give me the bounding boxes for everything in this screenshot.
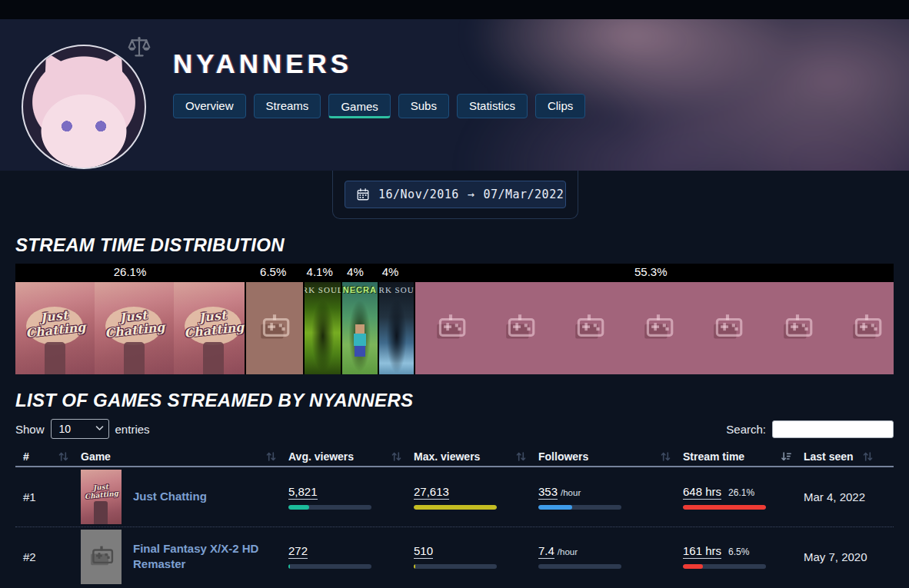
game-cell: JustChattingJust Chatting [81,467,288,527]
table-body: #1JustChattingJust Chatting5,82127,61335… [15,467,894,586]
just-chatting-tile: JustChatting [95,282,174,374]
avg-viewers-bar [288,564,371,569]
distribution-segment-minecraft[interactable]: NECRA [342,282,378,374]
max-viewers-cell: 510 [414,544,538,569]
column-header-last-seen[interactable]: Last seen [804,447,894,466]
game-thumbnail-placeholder[interactable] [81,530,122,584]
followers-bar [538,505,621,510]
just-chatting-tile: JustChatting [174,282,245,374]
game-link[interactable]: Just Chatting [133,489,207,504]
game-link[interactable]: Final Fantasy X/X-2 HD Remaster [133,541,268,573]
distribution-percent-label: 55.3% [634,265,668,278]
channel-header: NYANNERS OverviewStreamsGamesSubsStatist… [0,19,909,171]
boxart-figure [308,294,337,374]
column-label: Avg. viewers [288,450,354,463]
gamepad-placeholder-icon [780,312,815,344]
column-header--[interactable]: # [15,447,81,466]
sort-icon[interactable] [516,451,526,462]
sort-icon[interactable] [863,451,873,462]
page: NYANNERS OverviewStreamsGamesSubsStatist… [0,0,909,588]
distribution-segment-just-chatting[interactable]: JustChattingJustChattingJustChattingJust… [15,282,245,374]
distribution-segment-boxart-green[interactable]: RK SOUL [305,282,341,374]
stream-time-bar [683,564,766,569]
unit-label: /hour [558,547,578,556]
stream-time-value: 648 hrs [683,485,721,500]
boxart-text: RK SOUL [305,285,341,294]
date-range-start: 16/Nov/2016 [378,188,459,201]
show-label: Show [15,423,45,436]
column-header-max-viewers[interactable]: Max. viewers [414,447,538,466]
date-filter-card: 16/Nov/2016 → 07/Mar/2022 [332,171,578,219]
column-header-followers[interactable]: Followers [538,447,683,466]
stream-time-cell: 161 hrs6.5% [683,544,804,569]
avg-viewers-cell: 272 [288,544,414,569]
calendar-icon [356,188,370,201]
game-thumbnail[interactable]: JustChatting [81,470,122,524]
stream-time-value: 161 hrs [683,544,721,559]
search-control: Search: [726,420,894,438]
column-header-avg-viewers[interactable]: Avg. viewers [288,447,414,466]
entries-label: entries [115,423,150,436]
max-viewers-value: 510 [414,544,433,559]
sort-icon[interactable] [661,451,671,462]
rank-cell: #2 [15,550,81,563]
followers-cell: 7.4/hour [538,544,683,569]
boxart-text: NECRA [343,285,377,294]
gamepad-placeholder-icon [641,312,676,344]
page-size-select[interactable]: 10 [51,419,109,439]
avg-viewers-cell: 5,821 [288,485,414,510]
tab-overview[interactable]: Overview [173,94,246,118]
boxart-figure [382,294,411,374]
sort-desc-icon[interactable] [781,451,791,462]
gamepad-placeholder-icon [257,312,292,344]
gamepad-placeholder-icon [502,312,538,344]
column-header-stream-time[interactable]: Stream time [683,447,804,466]
followers-bar [538,564,621,569]
rank-cell: #1 [15,490,81,503]
date-range-picker[interactable]: 16/Nov/2016 → 07/Mar/2022 [345,181,566,208]
sort-icon[interactable] [266,451,276,462]
table-header-row: #GameAvg. viewersMax. viewersFollowersSt… [15,447,894,467]
column-label: Max. viewers [414,450,480,463]
column-label: # [23,450,29,463]
tab-games[interactable]: Games [328,94,390,118]
tab-clips[interactable]: Clips [535,94,585,118]
just-chatting-tile: JustChatting [15,282,95,374]
main-content: 16/Nov/2016 → 07/Mar/2022 STREAM TIME DI… [0,171,909,586]
distribution-percent-bar: 26.1%6.5%4.1%4%4%55.3% [15,264,894,282]
column-label: Last seen [804,450,854,463]
distribution-segment-boxart-blue[interactable]: RK SOU [379,282,415,374]
tab-statistics[interactable]: Statistics [457,94,528,118]
table-row: #1JustChattingJust Chatting5,82127,61335… [15,467,894,527]
stream-time-bar [683,505,766,510]
column-header-game[interactable]: Game [81,447,288,466]
distribution-strip: JustChattingJustChattingJustChattingJust… [15,282,894,374]
max-viewers-cell: 27,613 [414,485,538,510]
page-title: NYANNERS [173,48,585,79]
last-seen-cell: Mar 4, 2022 [804,490,894,503]
avatar[interactable] [22,45,146,169]
distribution-segment-placeholder-pink[interactable] [415,282,894,374]
avg-viewers-value: 272 [288,544,308,559]
distribution-title: STREAM TIME DISTRIBUTION [15,234,894,256]
sort-icon[interactable] [58,451,68,462]
tab-subs[interactable]: Subs [398,94,449,118]
unit-label: /hour [561,488,581,497]
stream-time-cell: 648 hrs26.1% [683,485,804,510]
distribution-segment-placeholder-brown[interactable] [246,282,303,374]
followers-value: 7.4 [538,544,554,559]
max-viewers-bar [414,505,497,510]
gamepad-placeholder-icon [849,312,884,344]
tab-streams[interactable]: Streams [254,94,321,118]
share-label: 26.1% [728,487,754,498]
games-list-title: LIST OF GAMES STREAMED BY NYANNERS [15,390,894,411]
gamepad-placeholder-icon [710,312,745,344]
tab-bar: OverviewStreamsGamesSubsStatisticsClips [173,94,585,118]
distribution-percent-label: 26.1% [114,265,147,278]
avatar-area [22,25,152,171]
page-size-control: Show 10 entries [15,419,150,439]
avg-viewers-bar [288,505,371,510]
search-input[interactable] [772,420,894,438]
boxart-text: RK SOU [379,285,415,294]
sort-icon[interactable] [391,451,401,462]
